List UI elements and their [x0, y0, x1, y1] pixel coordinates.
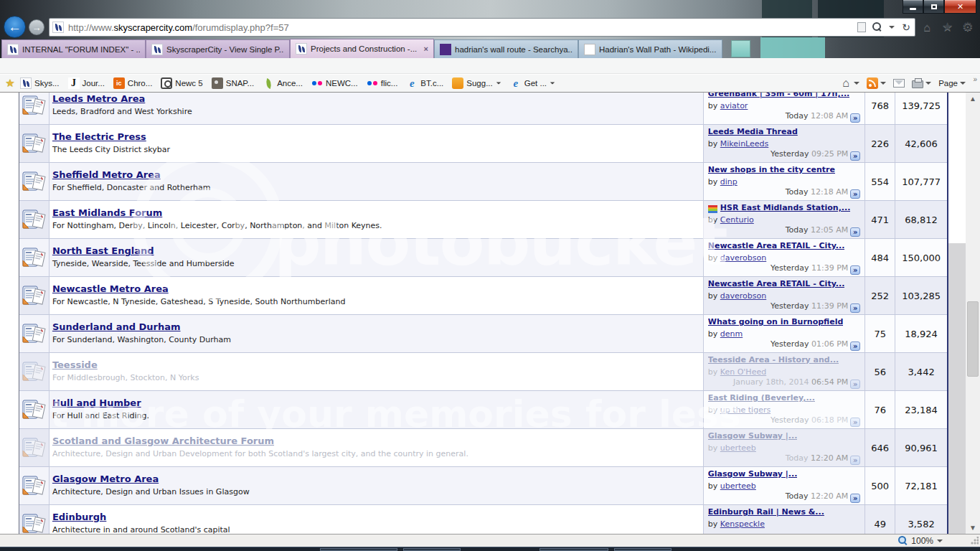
menu-item[interactable]	[7, 65, 19, 67]
username-link[interactable]: Ken O'Heed	[720, 367, 766, 377]
go-to-last-post-icon[interactable]: »	[850, 380, 860, 389]
zoom-control[interactable]: 100%	[898, 536, 943, 546]
chevron-down-icon[interactable]	[550, 82, 555, 84]
toolbar-overflow-chevron[interactable]: »	[973, 75, 977, 83]
browser-tab[interactable]: SkyscraperCity - View Single P...	[146, 39, 290, 58]
forward-button[interactable]: →	[29, 19, 44, 35]
scrollbar-thumb[interactable]	[967, 301, 979, 377]
forum-title-link[interactable]: Hull and Humber	[52, 397, 141, 408]
last-post-thread-link[interactable]: Newcastle Area RETAIL - City...	[708, 279, 845, 288]
go-to-last-post-icon[interactable]: »	[850, 113, 860, 123]
forum-title-link[interactable]: North East England	[52, 245, 154, 256]
settings-gear-icon[interactable]: ⚙	[962, 19, 973, 34]
go-to-last-post-icon[interactable]: »	[850, 189, 860, 199]
browser-tab[interactable]: hadrian's wall route - Searchya...	[434, 39, 578, 58]
last-post-thread-link[interactable]: East Riding (Beverley,...	[708, 393, 815, 402]
menu-item[interactable]	[20, 65, 32, 67]
browser-tab[interactable]: Projects and Construction -... ×	[290, 39, 434, 58]
username-link[interactable]: daverobson	[720, 253, 766, 263]
favorites-bar-item[interactable]: ic Chro...	[109, 76, 157, 90]
forum-title-link[interactable]: Newcastle Metro Area	[52, 283, 169, 294]
scroll-up-arrow-icon[interactable]: ▲	[966, 93, 980, 105]
close-button[interactable]: ✕	[944, 0, 976, 14]
username-link[interactable]: MikeinLeeds	[720, 139, 769, 149]
favorites-bar-item[interactable]: Newc 5	[156, 76, 207, 90]
username-link[interactable]: uberteeb	[720, 443, 756, 453]
forum-title-link[interactable]: Scotland and Glasgow Architecture Forum	[52, 435, 274, 446]
forum-title-link[interactable]: Sheffield Metro Area	[52, 169, 161, 180]
username-link[interactable]: aviator	[720, 101, 748, 110]
menu-item[interactable]	[46, 65, 57, 67]
mail-button[interactable]	[893, 79, 905, 88]
forum-title-link[interactable]: Sunderland and Durham	[52, 321, 181, 332]
favorites-star-icon[interactable]: ★	[942, 19, 953, 34]
add-favorite-star-icon[interactable]: ★	[4, 77, 16, 89]
scroll-down-arrow-icon[interactable]: ▼	[966, 522, 980, 534]
browser-tab[interactable]: Hadrian's Wall Path - Wikipedi...	[578, 39, 722, 58]
rss-button[interactable]	[867, 77, 886, 89]
favorites-bar-item[interactable]: Sugg...	[448, 76, 505, 90]
browser-tab[interactable]: INTERNAL "FORUM INDEX" - ...	[1, 39, 146, 58]
menu-item[interactable]	[72, 65, 83, 67]
forum-title-link[interactable]: Edinburgh	[52, 512, 106, 522]
page-menu-button[interactable]: Page	[938, 79, 966, 88]
last-post-thread-link[interactable]: Edinburgh Rail | News &...	[708, 507, 824, 517]
go-to-last-post-icon[interactable]: »	[850, 151, 860, 161]
print-button[interactable]	[912, 78, 931, 88]
go-to-last-post-icon[interactable]: »	[850, 227, 860, 237]
username-link[interactable]: daverobson	[720, 291, 766, 301]
username-link[interactable]: denm	[720, 329, 743, 339]
zoom-dropdown-caret[interactable]	[937, 540, 943, 542]
restore-button[interactable]	[923, 0, 944, 14]
compatibility-view-icon[interactable]	[857, 22, 866, 32]
forum-title-link[interactable]: The Electric Press	[52, 131, 146, 142]
search-icon[interactable]	[872, 22, 883, 33]
forum-title-link[interactable]: Glasgow Metro Area	[52, 474, 159, 484]
chevron-down-icon[interactable]	[496, 82, 501, 84]
favorites-bar-item[interactable]: Ance...	[258, 76, 307, 90]
home-button[interactable]	[840, 77, 859, 89]
last-post-thread-link[interactable]: New shops in the city centre	[708, 165, 835, 174]
last-post-thread-link[interactable]: Leeds Media Thread	[708, 127, 798, 136]
go-to-last-post-icon[interactable]: »	[850, 456, 860, 465]
username-link[interactable]: up the tigers	[720, 405, 771, 415]
username-link[interactable]: Centurio	[720, 215, 754, 225]
last-post-thread-link[interactable]: Teesside Area - History and...	[708, 355, 839, 364]
favorites-bar-item[interactable]: flic...	[362, 76, 402, 90]
favorites-bar-item[interactable]: J Jour...	[64, 76, 109, 90]
resize-grip[interactable]	[970, 537, 979, 545]
search-dropdown-caret[interactable]	[889, 26, 895, 29]
go-to-last-post-icon[interactable]: »	[850, 342, 860, 351]
refresh-icon[interactable]	[900, 22, 912, 33]
forum-title-link[interactable]: East Midlands Forum	[52, 207, 162, 218]
go-to-last-post-icon[interactable]: »	[850, 494, 860, 503]
go-to-last-post-icon[interactable]: »	[850, 265, 860, 275]
forum-title-link[interactable]: Leeds Metro Area	[52, 93, 145, 104]
tab-close-icon[interactable]: ×	[423, 44, 428, 53]
favorites-bar-item[interactable]: e BT.c...	[402, 76, 448, 90]
back-button[interactable]: ←	[4, 16, 26, 38]
go-to-last-post-icon[interactable]: »	[850, 418, 860, 427]
favorites-bar-item[interactable]: e Get ...	[506, 76, 560, 90]
last-post-thread-link[interactable]: Whats going on in Burnopfield	[708, 317, 844, 326]
menu-item[interactable]	[59, 65, 70, 67]
last-post-thread-link[interactable]: GreenBank | 35m - 60m | 17fl,...	[708, 93, 849, 98]
favorites-bar-item[interactable]: NEWC...	[307, 76, 362, 90]
username-link[interactable]: Kenspeckle	[720, 519, 765, 529]
last-post-thread-link[interactable]: Newcastle Area RETAIL - City...	[708, 241, 845, 250]
last-post-thread-link[interactable]: Glasgow Subway |...	[708, 431, 798, 441]
forum-title-link[interactable]: Teesside	[52, 359, 98, 370]
new-tab-button[interactable]	[731, 40, 750, 57]
favorites-bar-item[interactable]: Skys...	[16, 76, 64, 90]
username-link[interactable]: uberteeb	[720, 481, 756, 491]
go-to-last-post-icon[interactable]: »	[850, 303, 860, 313]
address-bar[interactable]: http://www.skyscrapercity.com/forumdispl…	[49, 18, 915, 37]
vertical-scrollbar[interactable]: ▲ ▼	[966, 93, 980, 534]
menu-item[interactable]	[33, 65, 44, 67]
home-icon[interactable]	[921, 22, 933, 33]
last-post-thread-link[interactable]: HSR East Midlands Station,...	[720, 203, 851, 212]
favorites-bar-item[interactable]: SNAP...	[207, 76, 258, 90]
last-post-thread-link[interactable]: Glasgow Subway |...	[708, 469, 798, 479]
address-input[interactable]: http://www.skyscrapercity.com/forumdispl…	[68, 22, 853, 33]
username-link[interactable]: dinp	[720, 177, 738, 187]
